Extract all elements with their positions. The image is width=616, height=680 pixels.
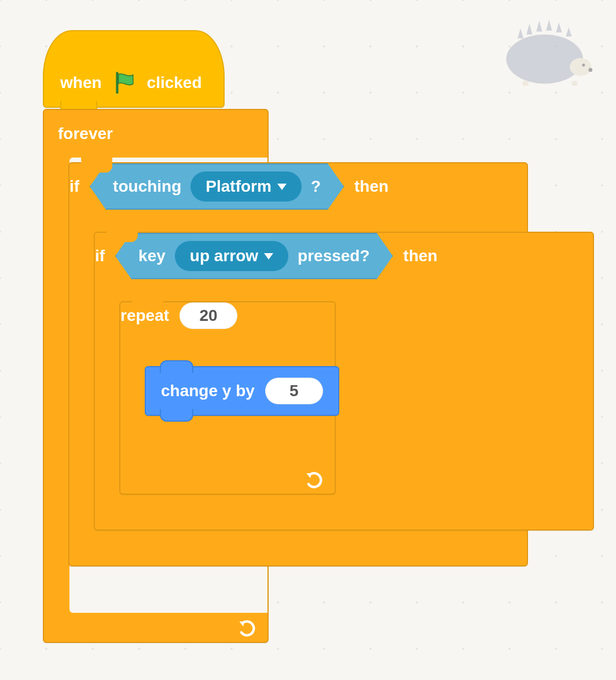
- if1-keyword-if: if: [69, 177, 79, 196]
- loop-arrow-icon: [305, 470, 324, 490]
- key-arg-dropdown[interactable]: up arrow: [175, 241, 288, 271]
- touching-arg-dropdown[interactable]: Platform: [190, 171, 302, 202]
- green-flag-icon: [112, 71, 137, 95]
- change-y-by-block[interactable]: change y by 5: [145, 366, 339, 416]
- sensing-key-prefix: key: [138, 247, 166, 265]
- touching-arg-value: Platform: [206, 177, 272, 196]
- dropdown-caret-icon: [277, 184, 287, 190]
- svg-point-2: [582, 64, 585, 67]
- repeat-count-input[interactable]: 20: [179, 302, 237, 329]
- svg-rect-4: [523, 81, 529, 86]
- if2-keyword-then: then: [404, 247, 438, 265]
- loop-arrow-icon: [237, 619, 257, 638]
- if1-keyword-then: then: [354, 177, 388, 196]
- sensing-touching-prefix: touching: [113, 177, 181, 196]
- sensing-touching-reporter[interactable]: touching Platform ?: [90, 163, 344, 210]
- key-arg-value: up arrow: [190, 247, 258, 265]
- sensing-touching-suffix: ?: [311, 177, 321, 196]
- svg-point-0: [506, 35, 583, 84]
- sprite-watermark-hedgehog: [498, 20, 596, 89]
- hat-block-when-flag-clicked[interactable]: when clicked: [43, 30, 225, 108]
- change-y-label: change y by: [161, 382, 255, 400]
- hat-label-suffix: clicked: [147, 74, 202, 92]
- dropdown-caret-icon: [264, 253, 273, 259]
- scripts-canvas[interactable]: when clicked forever if touchi: [0, 0, 616, 680]
- svg-point-3: [588, 68, 592, 72]
- if2-keyword-if: if: [95, 247, 105, 265]
- sensing-key-pressed-reporter[interactable]: key up arrow pressed?: [115, 233, 393, 279]
- svg-rect-5: [572, 81, 578, 86]
- sensing-key-suffix: pressed?: [298, 247, 370, 265]
- svg-point-1: [570, 58, 591, 76]
- hat-label-prefix: when: [60, 74, 102, 92]
- block-nub-bottom: [160, 409, 193, 422]
- forever-label: forever: [58, 125, 113, 143]
- change-y-value-input[interactable]: 5: [265, 378, 323, 404]
- block-nub-top: [160, 360, 193, 373]
